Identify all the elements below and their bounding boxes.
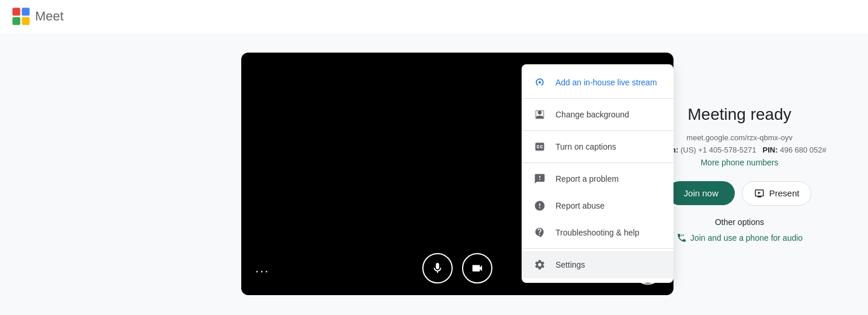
report-problem-icon [533, 172, 546, 185]
meeting-ready-title: Meeting ready [646, 105, 833, 124]
menu-item-captions[interactable]: Turn on captions [522, 133, 673, 160]
settings-label: Settings [555, 260, 585, 269]
join-now-button[interactable]: Join now [668, 181, 735, 205]
phone-audio-icon [676, 233, 687, 243]
menu-item-change-background[interactable]: Change background [522, 101, 673, 128]
svg-rect-3 [22, 17, 29, 25]
change-background-label: Change background [555, 110, 629, 119]
present-icon [754, 188, 765, 199]
phone-audio-label: Join and use a phone for audio [690, 233, 803, 243]
svg-rect-0 [12, 8, 20, 15]
camera-button[interactable] [462, 253, 492, 283]
mic-icon [431, 262, 444, 275]
pin-value: 496 680 052# [780, 146, 827, 154]
svg-rect-2 [12, 17, 20, 25]
dropdown-menu: Add an in-house live stream Change backg… [522, 64, 673, 283]
captions-icon [533, 140, 546, 153]
divider-4 [522, 248, 673, 249]
more-phone-numbers-link[interactable]: More phone numbers [646, 158, 833, 167]
other-options-label: Other options [646, 217, 833, 227]
report-abuse-label: Report abuse [555, 201, 605, 210]
settings-icon [533, 258, 546, 271]
phone-audio-link[interactable]: Join and use a phone for audio [646, 233, 833, 243]
present-button[interactable]: Present [742, 181, 812, 206]
divider-3 [522, 162, 673, 163]
main-area: ··· [0, 33, 868, 315]
app-title: Meet [35, 9, 64, 24]
live-stream-label: Add an in-house live stream [555, 78, 657, 87]
menu-item-settings[interactable]: Settings [522, 251, 673, 278]
pin-label: PIN: [763, 146, 778, 154]
right-panel: Meeting ready meet.google.com/rzx-qbmx-o… [646, 105, 833, 243]
divider-2 [522, 130, 673, 131]
menu-item-report-problem[interactable]: Report a problem [522, 165, 673, 192]
meeting-url: meet.google.com/rzx-qbmx-oyv [646, 133, 833, 142]
captions-label: Turn on captions [555, 142, 616, 151]
menu-item-troubleshooting[interactable]: Troubleshooting & help [522, 219, 673, 246]
camera-icon [471, 262, 484, 275]
troubleshooting-icon [533, 226, 546, 239]
divider-1 [522, 98, 673, 99]
mic-button[interactable] [422, 253, 453, 283]
troubleshooting-label: Troubleshooting & help [555, 228, 639, 237]
google-meet-logo [12, 7, 30, 26]
background-icon [533, 108, 546, 121]
dial-in-number: (US) +1 405-578-5271 [680, 146, 756, 154]
report-problem-label: Report a problem [555, 174, 619, 184]
svg-point-4 [539, 81, 541, 84]
dial-in-info: Dial-in: (US) +1 405-578-5271 PIN: 496 6… [646, 146, 833, 154]
menu-item-report-abuse[interactable]: Report abuse [522, 192, 673, 219]
action-buttons: Join now Present [646, 181, 833, 206]
report-abuse-icon [533, 199, 546, 212]
present-label: Present [769, 188, 800, 198]
header: Meet [0, 0, 868, 33]
live-stream-icon [533, 76, 546, 89]
video-container: ··· [241, 53, 673, 295]
menu-item-live-stream[interactable]: Add an in-house live stream [522, 69, 673, 96]
svg-rect-1 [22, 8, 29, 15]
